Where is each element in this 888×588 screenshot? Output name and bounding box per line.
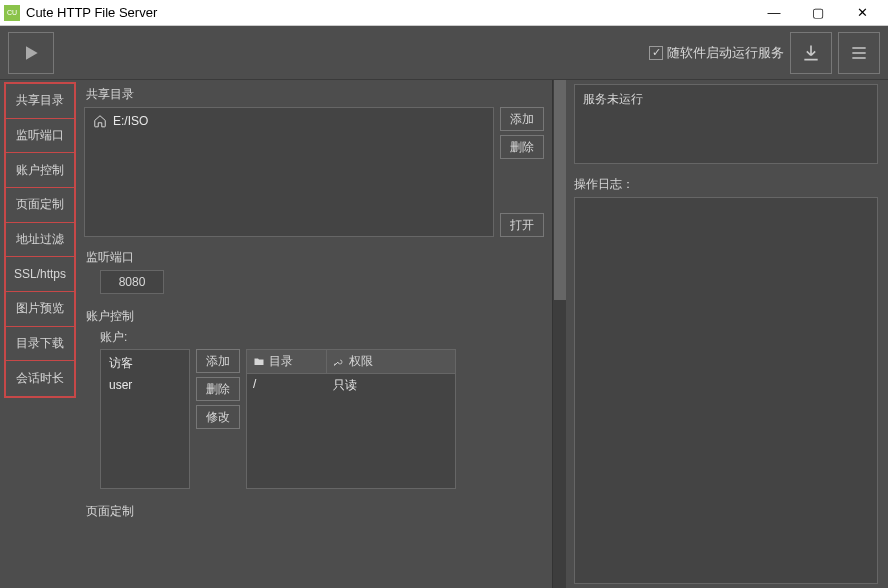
- key-icon: [333, 356, 345, 368]
- share-dir-path: E:/ISO: [113, 114, 148, 128]
- sidebar-item-account-control[interactable]: 账户控制: [6, 153, 74, 188]
- sidebar-item-image-preview[interactable]: 图片预览: [6, 292, 74, 327]
- account-modify-button[interactable]: 修改: [196, 405, 240, 429]
- sidebar-item-share-dir[interactable]: 共享目录: [6, 84, 74, 119]
- perm-cell-dir: /: [247, 374, 327, 397]
- port-input[interactable]: [100, 270, 164, 294]
- check-icon: ✓: [649, 46, 663, 60]
- account-item[interactable]: 访客: [103, 352, 187, 375]
- scrollbar-thumb[interactable]: [554, 80, 566, 300]
- log-box[interactable]: [574, 197, 878, 584]
- account-listbox[interactable]: 访客 user: [100, 349, 190, 489]
- share-dir-add-button[interactable]: 添加: [500, 107, 544, 131]
- sidebar-item-ssl-https[interactable]: SSL/https: [6, 257, 74, 292]
- folder-icon: [253, 356, 265, 368]
- account-item[interactable]: user: [103, 375, 187, 395]
- settings-panel: 共享目录 E:/ISO 添加 删除 打开 监听端口: [76, 80, 552, 588]
- titlebar: CU Cute HTTP File Server — ▢ ✕: [0, 0, 888, 26]
- perm-header-perm: 权限: [327, 350, 455, 373]
- perm-cell-perm: 只读: [327, 374, 455, 397]
- share-dir-remove-button[interactable]: 删除: [500, 135, 544, 159]
- app-icon: CU: [4, 5, 20, 21]
- permission-table[interactable]: 目录 权限 / 只读: [246, 349, 456, 489]
- share-dir-listbox[interactable]: E:/ISO: [84, 107, 494, 237]
- home-icon: [93, 114, 107, 128]
- play-icon: [21, 43, 41, 63]
- sidebar-item-address-filter[interactable]: 地址过滤: [6, 223, 74, 258]
- page-custom-section-label: 页面定制: [86, 503, 544, 520]
- log-label: 操作日志：: [574, 176, 878, 193]
- close-button[interactable]: ✕: [840, 0, 884, 26]
- download-icon: [801, 43, 821, 63]
- maximize-button[interactable]: ▢: [796, 0, 840, 26]
- sidebar: 共享目录 监听端口 账户控制 页面定制 地址过滤 SSL/https 图片预览 …: [4, 82, 76, 398]
- permission-row[interactable]: / 只读: [247, 374, 455, 397]
- window-title: Cute HTTP File Server: [26, 5, 752, 20]
- share-dir-item[interactable]: E:/ISO: [89, 112, 489, 130]
- sidebar-item-session-duration[interactable]: 会话时长: [6, 361, 74, 396]
- right-panel: 服务未运行 操作日志：: [566, 80, 886, 588]
- account-list-label: 账户:: [100, 329, 544, 346]
- service-status-text: 服务未运行: [583, 92, 643, 106]
- download-button[interactable]: [790, 32, 832, 74]
- account-add-button[interactable]: 添加: [196, 349, 240, 373]
- sidebar-item-dir-download[interactable]: 目录下载: [6, 327, 74, 362]
- hamburger-icon: [849, 43, 869, 63]
- start-service-button[interactable]: [8, 32, 54, 74]
- service-status-box: 服务未运行: [574, 84, 878, 164]
- sidebar-item-listen-port[interactable]: 监听端口: [6, 119, 74, 154]
- menu-button[interactable]: [838, 32, 880, 74]
- autostart-label: 随软件启动运行服务: [667, 44, 784, 62]
- toolbar: ✓ 随软件启动运行服务: [0, 26, 888, 80]
- minimize-button[interactable]: —: [752, 0, 796, 26]
- account-section-label: 账户控制: [86, 308, 544, 325]
- vertical-scrollbar[interactable]: [552, 80, 566, 588]
- account-remove-button[interactable]: 删除: [196, 377, 240, 401]
- sidebar-item-page-custom[interactable]: 页面定制: [6, 188, 74, 223]
- port-section-label: 监听端口: [86, 249, 544, 266]
- autostart-checkbox[interactable]: ✓ 随软件启动运行服务: [649, 44, 784, 62]
- share-dir-section-label: 共享目录: [86, 86, 544, 103]
- perm-header-dir: 目录: [247, 350, 327, 373]
- share-dir-open-button[interactable]: 打开: [500, 213, 544, 237]
